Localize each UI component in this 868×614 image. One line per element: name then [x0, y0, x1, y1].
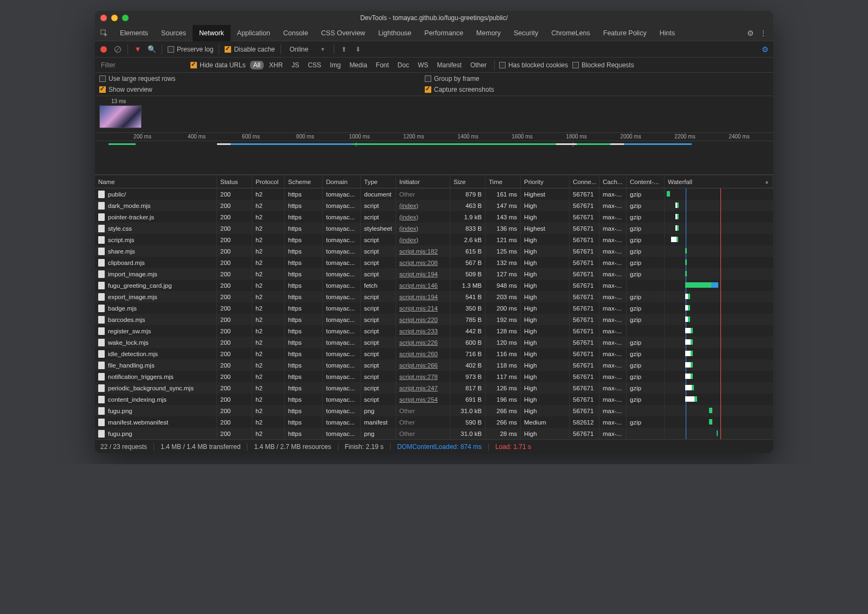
filter-input[interactable]	[99, 60, 186, 71]
more-menu-icon[interactable]: ⋮	[757, 25, 770, 41]
column-header-scheme[interactable]: Scheme	[285, 175, 323, 188]
tab-memory[interactable]: Memory	[470, 25, 507, 41]
initiator-cell[interactable]: (index)	[396, 211, 450, 223]
column-header-type[interactable]: Type	[361, 175, 396, 188]
table-row[interactable]: share.mjs200h2httpstomayac...scriptscrip…	[95, 245, 773, 257]
initiator-cell[interactable]: script.mjs:247	[396, 382, 450, 394]
column-header-initiator[interactable]: Initiator	[396, 175, 450, 188]
tab-elements[interactable]: Elements	[113, 25, 155, 41]
filter-type-css[interactable]: CSS	[304, 61, 324, 69]
table-row[interactable]: periodic_background_sync.mjs200h2httpsto…	[95, 382, 773, 394]
tab-console[interactable]: Console	[277, 25, 315, 41]
initiator-cell[interactable]: script.mjs:194	[396, 268, 450, 280]
column-header-domain[interactable]: Domain	[323, 175, 361, 188]
filter-type-manifest[interactable]: Manifest	[434, 61, 465, 69]
settings-icon[interactable]: ⚙	[744, 25, 757, 41]
filter-type-xhr[interactable]: XHR	[266, 61, 286, 69]
initiator-cell[interactable]: script.mjs:260	[396, 348, 450, 359]
filter-type-js[interactable]: JS	[288, 61, 302, 69]
search-icon[interactable]: 🔍	[148, 45, 156, 54]
overview-timeline[interactable]: 200 ms400 ms600 ms800 ms1000 ms1200 ms14…	[95, 131, 773, 175]
table-row[interactable]: pointer-tracker.js200h2httpstomayac...sc…	[95, 211, 773, 223]
throttling-select[interactable]: Online	[286, 45, 312, 54]
initiator-cell[interactable]: script.mjs:208	[396, 257, 450, 268]
column-header-cach-[interactable]: Cach...	[599, 175, 627, 188]
tab-feature-policy[interactable]: Feature Policy	[597, 25, 653, 41]
blocked-requests-checkbox[interactable]: Blocked Requests	[572, 61, 634, 69]
initiator-cell[interactable]: (index)	[396, 223, 450, 234]
table-row[interactable]: dark_mode.mjs200h2httpstomayac...script(…	[95, 200, 773, 211]
import-har-icon[interactable]: ⬆	[340, 45, 348, 54]
tab-css-overview[interactable]: CSS Overview	[315, 25, 372, 41]
table-row[interactable]: barcodes.mjs200h2httpstomayac...scriptsc…	[95, 314, 773, 325]
filter-type-ws[interactable]: WS	[414, 61, 431, 69]
initiator-cell[interactable]: script.mjs:226	[396, 337, 450, 348]
table-row[interactable]: export_image.mjs200h2httpstomayac...scri…	[95, 291, 773, 302]
filter-type-doc[interactable]: Doc	[394, 61, 412, 69]
column-header-priority[interactable]: Priority	[521, 175, 570, 188]
filter-type-media[interactable]: Media	[346, 61, 371, 69]
table-row[interactable]: wake_lock.mjs200h2httpstomayac...scripts…	[95, 337, 773, 348]
tab-lighthouse[interactable]: Lighthouse	[372, 25, 418, 41]
tab-performance[interactable]: Performance	[418, 25, 470, 41]
table-row[interactable]: style.css200h2httpstomayac...stylesheet(…	[95, 223, 773, 234]
table-row[interactable]: fugu_greeting_card.jpg200h2httpstomayac.…	[95, 280, 773, 291]
table-row[interactable]: fugu.png200h2httpstomayac...pngOther31.0…	[95, 405, 773, 416]
capture-screenshots-checkbox[interactable]: Capture screenshots	[425, 86, 494, 93]
large-rows-checkbox[interactable]: Use large request rows	[99, 75, 425, 83]
tab-hints[interactable]: Hints	[653, 25, 681, 41]
column-header-content-[interactable]: Content-...	[627, 175, 665, 188]
initiator-cell[interactable]: script.mjs:214	[396, 302, 450, 314]
table-row[interactable]: script.mjs200h2httpstomayac...script(ind…	[95, 234, 773, 245]
tab-sources[interactable]: Sources	[155, 25, 193, 41]
initiator-cell[interactable]: script.mjs:146	[396, 280, 450, 291]
initiator-cell[interactable]: (index)	[396, 234, 450, 245]
table-row[interactable]: clipboard.mjs200h2httpstomayac...scripts…	[95, 257, 773, 268]
initiator-cell[interactable]: script.mjs:266	[396, 359, 450, 371]
filter-type-other[interactable]: Other	[467, 61, 490, 69]
group-by-frame-checkbox[interactable]: Group by frame	[425, 75, 494, 83]
initiator-cell[interactable]: script.mjs:194	[396, 291, 450, 302]
record-button[interactable]	[99, 45, 108, 54]
filter-type-img[interactable]: Img	[327, 61, 344, 69]
column-header-size[interactable]: Size	[450, 175, 486, 188]
initiator-cell[interactable]: script.mjs:278	[396, 371, 450, 382]
column-header-protocol[interactable]: Protocol	[252, 175, 285, 188]
table-row[interactable]: idle_detection.mjs200h2httpstomayac...sc…	[95, 348, 773, 359]
initiator-cell[interactable]: script.mjs:254	[396, 394, 450, 405]
column-header-status[interactable]: Status	[217, 175, 252, 188]
filmstrip-thumbnail[interactable]	[99, 105, 142, 128]
table-row[interactable]: manifest.webmanifest200h2httpstomayac...…	[95, 416, 773, 428]
network-settings-icon[interactable]: ⚙	[762, 45, 769, 54]
tab-network[interactable]: Network	[193, 25, 231, 41]
disable-cache-checkbox[interactable]: Disable cache	[225, 46, 275, 53]
table-row[interactable]: file_handling.mjs200h2httpstomayac...scr…	[95, 359, 773, 371]
clear-button[interactable]	[113, 45, 122, 54]
table-row[interactable]: public/200h2httpstomayac...documentOther…	[95, 188, 773, 200]
table-row[interactable]: notification_triggers.mjs200h2httpstomay…	[95, 371, 773, 382]
filter-type-font[interactable]: Font	[373, 61, 392, 69]
column-header-conne-[interactable]: Conne...	[570, 175, 599, 188]
throttling-chevron[interactable]: ▼	[317, 46, 328, 53]
table-row[interactable]: fugu.png200h2httpstomayac...pngOther31.0…	[95, 428, 773, 439]
export-har-icon[interactable]: ⬇	[354, 45, 362, 54]
column-header-waterfall[interactable]: Waterfall▲	[665, 175, 773, 188]
hide-data-urls-checkbox[interactable]: Hide data URLs	[190, 61, 246, 69]
initiator-cell[interactable]: (index)	[396, 200, 450, 211]
column-header-time[interactable]: Time	[486, 175, 521, 188]
preserve-log-checkbox[interactable]: Preserve log	[168, 46, 213, 53]
tab-application[interactable]: Application	[231, 25, 277, 41]
table-row[interactable]: register_sw.mjs200h2httpstomayac...scrip…	[95, 325, 773, 337]
filter-icon[interactable]: ▼	[133, 45, 142, 54]
initiator-cell[interactable]: script.mjs:182	[396, 245, 450, 257]
table-row[interactable]: content_indexing.mjs200h2httpstomayac...…	[95, 394, 773, 405]
initiator-cell[interactable]: script.mjs:233	[396, 325, 450, 337]
has-blocked-cookies-checkbox[interactable]: Has blocked cookies	[499, 61, 568, 69]
initiator-cell[interactable]: script.mjs:220	[396, 314, 450, 325]
inspect-element-icon[interactable]	[98, 27, 110, 39]
tab-chromelens[interactable]: ChromeLens	[545, 25, 597, 41]
table-row[interactable]: import_image.mjs200h2httpstomayac...scri…	[95, 268, 773, 280]
tab-security[interactable]: Security	[507, 25, 545, 41]
show-overview-checkbox[interactable]: Show overview	[99, 86, 425, 93]
column-header-name[interactable]: Name	[95, 175, 217, 188]
